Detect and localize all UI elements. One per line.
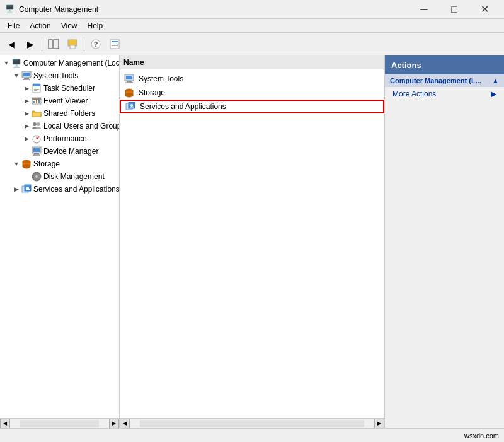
event-viewer-icon [32, 96, 42, 106]
right-panel: Actions Computer Management (L... ▲ More… [384, 55, 504, 428]
shared-folders-icon [32, 108, 42, 119]
tree-item-disk-management[interactable]: ▶ Disk Management [0, 170, 119, 183]
tree-item-event-viewer[interactable]: ▶ Event Viewer [0, 95, 119, 107]
svg-rect-16 [33, 84, 40, 86]
up-button[interactable] [64, 35, 81, 53]
tree-item-task-scheduler[interactable]: ▶ Task Scheduler [0, 82, 119, 95]
svg-rect-53 [130, 107, 134, 108]
svg-rect-10 [112, 45, 118, 46]
content-label-storage: Storage [139, 88, 165, 97]
actions-section-title: Computer Management (L... ▲ [385, 74, 504, 87]
svg-rect-23 [36, 100, 37, 103]
svg-rect-19 [34, 90, 37, 91]
left-panel-hscroll[interactable]: ◀ ▶ [0, 418, 119, 428]
expand-performance[interactable]: ▶ [21, 132, 32, 145]
menu-action[interactable]: Action [25, 20, 55, 32]
storage-content-icon [123, 87, 135, 98]
local-users-icon [32, 121, 42, 131]
tree-label-local-users: Local Users and Groups [43, 122, 119, 131]
tree-item-services-apps[interactable]: ▶ Services and Applications [0, 183, 119, 195]
expand-system-tools[interactable]: ▼ [11, 69, 21, 82]
forward-button[interactable]: ▶ [21, 35, 39, 53]
menu-view[interactable]: View [56, 20, 83, 32]
system-tools-icon [21, 71, 32, 81]
expand-storage[interactable]: ▼ [11, 158, 21, 170]
hscroll-left-arrow[interactable]: ◀ [0, 419, 10, 429]
center-hscroll-right-arrow[interactable]: ▶ [374, 419, 384, 429]
tree-item-system-tools[interactable]: ▼ System Tools [0, 69, 119, 82]
expand-local-users[interactable]: ▶ [21, 120, 32, 132]
services-apps-content-icon [125, 101, 136, 112]
content-item-system-tools[interactable]: System Tools [120, 72, 384, 86]
actions-section-expand-icon: ▲ [492, 77, 499, 84]
tree-item-storage[interactable]: ▼ Storage [0, 158, 119, 170]
center-content: System Tools Storage [120, 69, 384, 418]
center-hscroll-track[interactable] [140, 420, 364, 427]
svg-line-28 [37, 137, 39, 139]
properties-button[interactable] [106, 35, 123, 53]
content-item-services-apps[interactable]: Services and Applications [120, 100, 384, 113]
svg-point-26 [37, 122, 40, 126]
center-header: Name [120, 55, 384, 69]
svg-point-36 [23, 165, 30, 168]
computer-icon: 🖥️ [11, 58, 21, 68]
center-hscroll-left-arrow[interactable]: ◀ [120, 419, 130, 429]
content-label-system-tools: System Tools [139, 74, 183, 83]
tree-label-system-tools: System Tools [33, 71, 78, 80]
back-button[interactable]: ◀ [3, 35, 20, 53]
svg-text:?: ? [94, 40, 98, 48]
svg-rect-14 [23, 79, 30, 80]
svg-rect-45 [127, 81, 132, 82]
tree-item-local-users[interactable]: ▶ Local Users and Groups [0, 120, 119, 132]
properties-icon [110, 39, 120, 49]
actions-item-more-actions[interactable]: More Actions ▶ [385, 87, 504, 101]
expand-task-scheduler[interactable]: ▶ [21, 82, 32, 95]
hscroll-right-arrow[interactable]: ▶ [109, 419, 119, 429]
device-manager-icon [32, 146, 42, 156]
toolbar-separator-2 [84, 37, 84, 51]
center-panel: Name System Tools [120, 55, 384, 428]
expand-shared-folders[interactable]: ▶ [21, 107, 32, 120]
svg-point-38 [35, 175, 38, 178]
tree-label-computer-mgmt: Computer Management (Local [23, 59, 119, 67]
menu-help[interactable]: Help [83, 20, 108, 32]
tree-item-shared-folders[interactable]: ▶ Shared Folders [0, 107, 119, 120]
svg-rect-8 [112, 41, 118, 42]
hscroll-left-track[interactable] [20, 420, 99, 427]
minimize-button[interactable]: ─ [410, 0, 438, 19]
tree-item-device-manager[interactable]: ▶ Device Manager [0, 145, 119, 158]
performance-icon [32, 134, 42, 144]
storage-icon [21, 159, 32, 169]
main-area: ▼ 🖥️ Computer Management (Local ▼ System… [0, 55, 504, 428]
menu-file[interactable]: File [3, 20, 25, 32]
show-hide-tree[interactable] [45, 35, 62, 53]
content-label-services-apps: Services and Applications [140, 102, 226, 111]
status-bar-right: wsxdn.com [464, 432, 499, 439]
close-button[interactable]: ✕ [470, 0, 499, 19]
status-bar: wsxdn.com [0, 428, 504, 442]
tree-item-computer-mgmt[interactable]: ▼ 🖥️ Computer Management (Local [0, 57, 119, 69]
svg-rect-42 [26, 189, 30, 190]
svg-rect-4 [70, 45, 75, 49]
name-column-header: Name [123, 58, 144, 67]
svg-point-52 [130, 104, 133, 107]
svg-rect-33 [33, 154, 40, 156]
tree-item-performance[interactable]: ▶ Performance [0, 132, 119, 145]
left-panel: ▼ 🖥️ Computer Management (Local ▼ System… [0, 55, 120, 428]
center-panel-hscroll[interactable]: ◀ ▶ [120, 418, 384, 428]
menu-bar: File Action View Help [0, 19, 504, 33]
expand-computer-mgmt[interactable]: ▼ [1, 57, 11, 69]
svg-rect-21 [32, 98, 41, 100]
help-icon: ? [91, 39, 101, 49]
help-button[interactable]: ? [87, 35, 105, 53]
tree-label-disk-management: Disk Management [43, 172, 105, 181]
svg-rect-32 [34, 153, 39, 154]
content-item-storage[interactable]: Storage [120, 86, 384, 100]
window-title: Computer Management [19, 5, 410, 14]
up-icon [67, 39, 77, 49]
expand-event-viewer[interactable]: ▶ [21, 95, 32, 107]
maximize-button[interactable]: □ [440, 0, 469, 19]
more-actions-label: More Actions [392, 90, 436, 98]
expand-services-apps[interactable]: ▶ [11, 183, 21, 195]
system-tools-content-icon [123, 73, 135, 84]
